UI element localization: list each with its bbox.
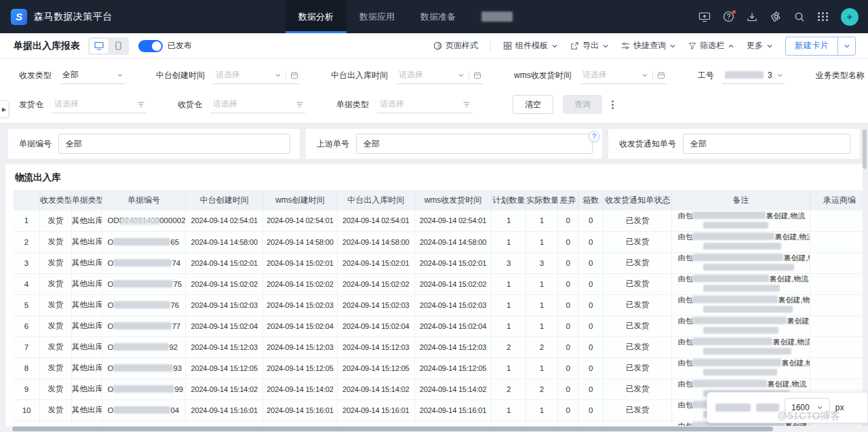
card-width-select[interactable]: 1600 bbox=[785, 398, 830, 417]
filter-control-收货仓[interactable]: 请选择 bbox=[210, 96, 305, 113]
search-card-input[interactable]: 全部 bbox=[58, 134, 290, 154]
filter-control-单据类型[interactable]: 请选择 bbox=[377, 96, 472, 113]
cell-ship-type: 发货 bbox=[40, 231, 72, 252]
remark-line2 bbox=[703, 368, 809, 378]
table-row[interactable]: 1发货其他出库ODD240914000000022024-09-14 02:54… bbox=[14, 210, 863, 231]
cell-status: 已发货 bbox=[603, 294, 672, 315]
nav-tab-3[interactable]: 数据准备 bbox=[408, 0, 469, 33]
toolbar-action-6[interactable]: 更多 bbox=[747, 40, 773, 52]
toolbar-action-4[interactable]: 快捷查询 bbox=[621, 40, 676, 52]
toolbar-action-3[interactable]: 导出 bbox=[570, 40, 609, 52]
export-icon bbox=[570, 41, 579, 50]
filter-control-发货仓[interactable]: 请选择 bbox=[52, 96, 146, 113]
table-row[interactable]: 4发货其他出库O752024-09-14 15:02:022024-09-14 … bbox=[14, 273, 863, 294]
nav-tab-2[interactable]: 数据应用 bbox=[347, 0, 408, 33]
horizontal-scrollbar[interactable] bbox=[0, 426, 868, 432]
filter-中台出入库时间: 中台出入库时间请选择 bbox=[331, 66, 483, 84]
cell-order-no: ODD24091400000002 bbox=[102, 210, 186, 231]
table-row[interactable]: 7发货其他出库O922024-09-14 15:12:032024-09-14 … bbox=[14, 336, 863, 357]
remark-line1: 由包裏创建,物流 bbox=[677, 359, 810, 367]
filter-lines-icon bbox=[462, 100, 471, 109]
cell-mid-io-time: 2024-09-14 15:02:04 bbox=[337, 315, 414, 336]
calendar-icon bbox=[473, 71, 481, 79]
cell-remark: 由包裏创建,物流 bbox=[672, 315, 810, 336]
filter-lines-icon bbox=[137, 100, 145, 109]
cell-plan-qty: 1 bbox=[492, 273, 526, 294]
toolbar-action-5[interactable]: 筛选栏 bbox=[688, 40, 734, 52]
search-icon[interactable] bbox=[793, 11, 806, 23]
filter-control-中台出入库时间[interactable]: 请选择 bbox=[396, 66, 483, 84]
cell-wms-ship-time: 2024-09-14 14:58:00 bbox=[414, 231, 492, 252]
filter-control-工号[interactable]: 3 bbox=[722, 66, 785, 84]
chevron-down-icon bbox=[117, 72, 123, 79]
nav-tab-redacted[interactable] bbox=[469, 0, 526, 33]
cell-mid-create-time: 2024-09-14 02:54:01 bbox=[186, 210, 263, 231]
more-dots-button[interactable] bbox=[612, 100, 614, 109]
filter-control-中台创建时间[interactable]: 请选择 bbox=[213, 66, 300, 84]
clear-button[interactable]: 清空 bbox=[513, 95, 553, 114]
cell-status: 已发货 bbox=[603, 378, 672, 399]
chevron-down-icon bbox=[669, 43, 676, 50]
table-row[interactable]: 3发货其他出库O742024-09-14 15:02:012024-09-14 … bbox=[14, 252, 863, 273]
new-card-dropdown-button[interactable] bbox=[837, 37, 855, 55]
toolbar-action-2[interactable]: 组件模板 bbox=[503, 40, 558, 52]
screen-share-icon[interactable] bbox=[698, 11, 711, 23]
filter-label: 收发类型 bbox=[19, 70, 52, 81]
table-row[interactable]: 5发货其他出库O762024-09-14 15:02:032024-09-14 … bbox=[14, 294, 863, 315]
chevron-down-icon bbox=[275, 72, 281, 79]
cell-order-no: O75 bbox=[102, 273, 186, 294]
redacted-remark-segment-2 bbox=[703, 243, 781, 250]
redacted-value bbox=[725, 71, 764, 79]
cell-diff: 0 bbox=[557, 273, 578, 294]
filter-control-wms收发货时间[interactable]: 请选择 bbox=[580, 66, 667, 84]
cell-diff: 0 bbox=[557, 252, 578, 273]
divider bbox=[652, 71, 653, 80]
cell-status: 已发货 bbox=[603, 336, 672, 357]
desktop-view-button[interactable] bbox=[90, 39, 108, 54]
column-header-wms收发货时间: wms收发货时间 bbox=[414, 190, 492, 210]
vertical-scrollbar-thumb[interactable] bbox=[863, 130, 867, 169]
help-icon[interactable]: ? bbox=[589, 131, 599, 142]
apps-grid-icon[interactable] bbox=[817, 11, 829, 23]
new-card-button[interactable]: 新建卡片 bbox=[785, 37, 856, 56]
search-card-input[interactable]: 全部 bbox=[356, 134, 593, 154]
table-row[interactable]: 6发货其他出库O772024-09-14 15:02:042024-09-14 … bbox=[14, 315, 863, 336]
mobile-view-button[interactable] bbox=[108, 39, 127, 54]
cell-mid-io-time: 2024-09-14 15:16:01 bbox=[337, 399, 414, 420]
cell-wms-create-time: 2024-09-14 15:16:01 bbox=[263, 399, 338, 420]
filter-label: 单据类型 bbox=[336, 99, 369, 111]
cell-boxes: 0 bbox=[578, 357, 604, 378]
search-card-input[interactable]: 全部 bbox=[683, 134, 850, 154]
device-segmented-control bbox=[88, 37, 129, 55]
cell-wms-create-time: 2024-09-14 15:14:02 bbox=[263, 378, 338, 399]
settings-icon[interactable] bbox=[770, 11, 782, 23]
table-row[interactable]: 8发货其他出库O932024-09-14 15:12:052024-09-14 … bbox=[14, 357, 863, 378]
download-icon[interactable] bbox=[746, 11, 758, 23]
horizontal-scrollbar-thumb[interactable] bbox=[12, 427, 773, 431]
filter-control-收发类型[interactable]: 全部 bbox=[60, 66, 125, 84]
cell-carrier bbox=[810, 273, 863, 294]
sidebar-collapse-handle[interactable]: ▶ bbox=[0, 100, 9, 118]
cell-doc-type: 其他出库 bbox=[71, 210, 102, 231]
query-button[interactable]: 查询 bbox=[563, 95, 602, 114]
publish-toggle[interactable] bbox=[138, 40, 163, 52]
nav-tab-1[interactable]: 数据分析 bbox=[285, 0, 347, 33]
column-header-承运商编: 承运商编 bbox=[810, 190, 863, 210]
chevron-down-icon bbox=[766, 43, 773, 50]
cell-wms-ship-time: 2024-09-14 02:54:01 bbox=[414, 210, 492, 231]
help-icon[interactable] bbox=[722, 11, 734, 23]
cell-diff: 0 bbox=[557, 210, 578, 231]
order-number: O99 bbox=[108, 385, 184, 393]
table-row[interactable]: 2发货其他出库O652024-09-14 14:58:002024-09-14 … bbox=[14, 231, 863, 252]
redaction-overlay bbox=[120, 218, 159, 225]
toolbar-action-1[interactable]: 页面样式 bbox=[433, 40, 478, 52]
remark-line1: 由包裏创建,物流 bbox=[677, 254, 810, 262]
cell-mid-io-time: 2024-09-14 15:02:02 bbox=[337, 273, 414, 294]
cell-mid-create-time: 2024-09-14 15:16:01 bbox=[186, 399, 263, 420]
cell-doc-type: 其他出库 bbox=[71, 294, 102, 315]
cell-mid-io-time: 2024-09-14 15:12:03 bbox=[337, 336, 414, 357]
logo-icon: S bbox=[11, 9, 27, 25]
search-card-label: 单据编号 bbox=[19, 138, 52, 150]
cell-order-no: O92 bbox=[102, 336, 186, 357]
user-avatar[interactable]: + bbox=[841, 8, 859, 26]
